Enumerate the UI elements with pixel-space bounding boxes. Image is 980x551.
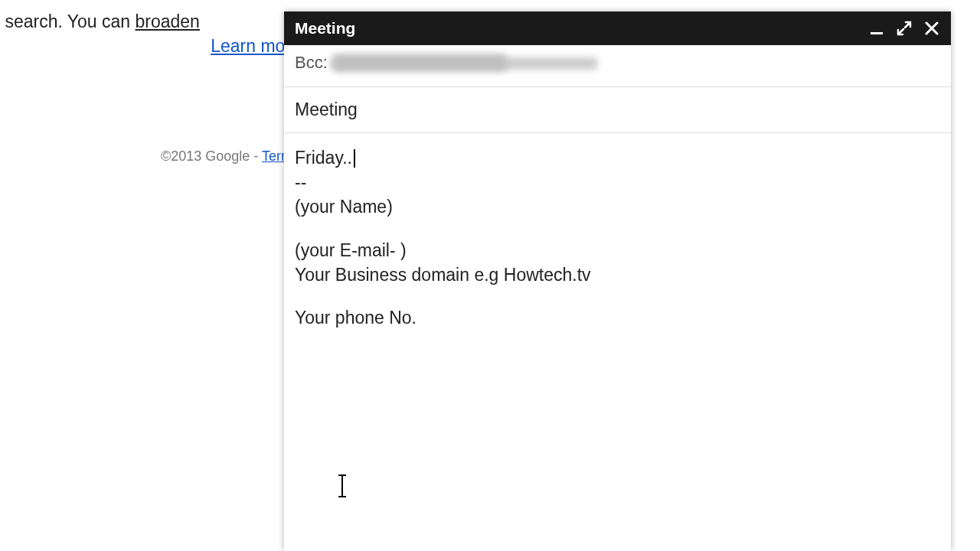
text-caret: [354, 149, 355, 168]
signature-phone: Your phone No.: [295, 305, 940, 330]
text-cursor-icon: [341, 474, 343, 497]
signature-domain: Your Business domain e.g Howtech.tv: [295, 262, 940, 287]
close-icon[interactable]: [923, 20, 940, 37]
compose-title: Meeting: [295, 19, 868, 37]
fullscreen-icon[interactable]: [896, 20, 913, 37]
broaden-link[interactable]: broaden: [136, 11, 200, 31]
redacted-bcc-address: [334, 54, 506, 71]
footer: ©2013 Google - Terms: [161, 148, 299, 165]
subject-text: Meeting: [295, 99, 358, 119]
compose-window: Meeting Bcc: Meeting: [284, 11, 951, 551]
svg-rect-0: [871, 32, 883, 34]
message-body[interactable]: Friday.. -- (your Name) (your E-mail- ) …: [284, 133, 951, 531]
signature-email: (your E-mail- ): [295, 238, 940, 262]
window-controls: [868, 20, 940, 37]
body-line-1: Friday..: [295, 145, 940, 170]
minimize-icon[interactable]: [868, 20, 885, 37]
subject-field[interactable]: Meeting: [284, 87, 951, 133]
search-status-text: es matched your search. You can broaden …: [0, 9, 291, 58]
bcc-field[interactable]: Bcc:: [284, 45, 951, 87]
blank-line: [295, 220, 940, 238]
bcc-label: Bcc:: [295, 53, 328, 73]
search-text: es matched your search. You can: [0, 11, 136, 31]
blank-line: [295, 287, 940, 305]
compose-titlebar[interactable]: Meeting: [284, 11, 951, 45]
signature-name: (your Name): [295, 194, 940, 219]
copyright-text: ©2013 Google -: [161, 148, 262, 164]
learn-more-link[interactable]: Learn mor: [0, 34, 291, 58]
signature-separator: --: [295, 170, 940, 194]
